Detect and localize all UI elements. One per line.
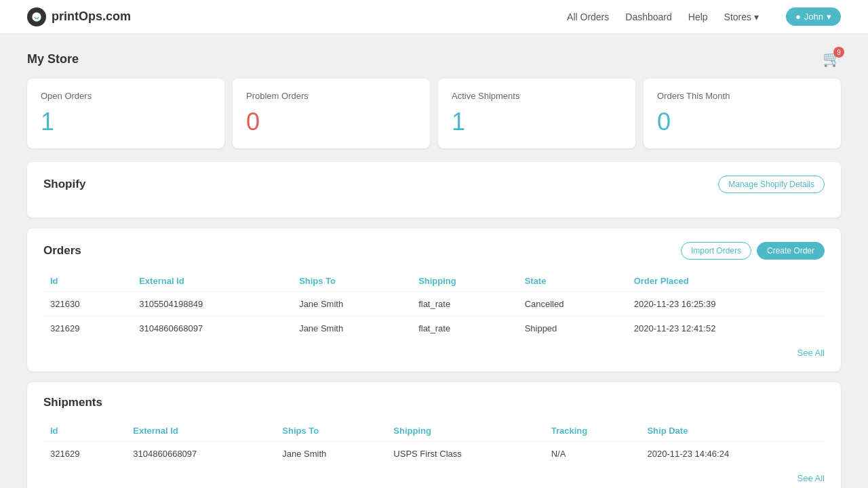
shipment-tracking-0: N/A <box>545 442 641 466</box>
shipments-panel-header: Shipments <box>43 396 825 409</box>
manage-shopify-button[interactable]: Manage Shopify Details <box>718 176 825 193</box>
order-external-id-0: 3105504198849 <box>132 292 292 317</box>
store-header: My Store 🛒 9 <box>27 50 841 68</box>
shipments-col-tracking: Tracking <box>545 420 641 442</box>
brand-svg <box>31 12 42 22</box>
stat-value-active-shipments: 1 <box>452 108 622 136</box>
nav-all-orders[interactable]: All Orders <box>567 12 609 22</box>
create-order-button[interactable]: Create Order <box>757 242 825 260</box>
shopify-panel: Shopify Manage Shopify Details <box>27 162 841 218</box>
orders-table-header: Id External Id Ships To Shipping State O… <box>43 270 825 292</box>
user-chevron-icon: ▾ <box>827 12 831 22</box>
stores-chevron-icon: ▾ <box>754 12 759 22</box>
orders-see-all-row: See All <box>43 340 825 358</box>
shipments-title: Shipments <box>43 396 102 409</box>
shipment-id-0: 321629 <box>43 442 126 466</box>
shipments-col-shipping: Shipping <box>387 420 544 442</box>
orders-col-shipping: Shipping <box>412 270 517 292</box>
orders-see-all-link[interactable]: See All <box>797 348 825 358</box>
stat-card-problem-orders: Problem Orders 0 <box>233 79 430 148</box>
orders-title: Orders <box>43 244 81 258</box>
user-menu-button[interactable]: ● John ▾ <box>786 7 841 26</box>
shipments-table: Id External Id Ships To Shipping Trackin… <box>43 420 825 466</box>
shipments-col-ships-to: Ships To <box>275 420 387 442</box>
shipment-shipping-0: USPS First Class <box>387 442 544 466</box>
shipments-panel: Shipments Id External Id Ships To Shippi… <box>27 382 841 488</box>
shipment-ships-to-0: Jane Smith <box>275 442 387 466</box>
shipments-see-all-row: See All <box>43 466 825 483</box>
orders-panel: Orders Import Orders Create Order Id Ext… <box>27 228 841 371</box>
shipments-col-id: Id <box>43 420 126 442</box>
stat-label-problem-orders: Problem Orders <box>246 91 416 101</box>
stat-value-orders-this-month: 0 <box>657 108 827 136</box>
nav-help[interactable]: Help <box>688 12 708 22</box>
stat-label-open-orders: Open Orders <box>41 91 211 101</box>
user-icon: ● <box>795 12 801 22</box>
order-id-1: 321629 <box>43 317 132 341</box>
cart-button[interactable]: 🛒 9 <box>823 50 841 68</box>
stat-value-problem-orders: 0 <box>246 108 416 136</box>
order-state-1: Shipped <box>518 317 627 341</box>
orders-col-state: State <box>518 270 627 292</box>
stat-cards: Open Orders 1 Problem Orders 0 Active Sh… <box>27 79 841 148</box>
shipments-table-body: 321629 3104860668097 Jane Smith USPS Fir… <box>43 442 825 466</box>
shopify-panel-header: Shopify Manage Shopify Details <box>43 176 825 193</box>
import-orders-button[interactable]: Import Orders <box>681 242 751 260</box>
order-shipping-0: flat_rate <box>412 292 517 317</box>
stat-value-open-orders: 1 <box>41 108 211 136</box>
shipments-header-row: Id External Id Ships To Shipping Trackin… <box>43 420 825 442</box>
shipment-external-id-0: 3104860668097 <box>126 442 275 466</box>
stat-label-active-shipments: Active Shipments <box>452 91 622 101</box>
table-row[interactable]: 321629 3104860668097 Jane Smith USPS Fir… <box>43 442 825 466</box>
shipments-col-external-id: External Id <box>126 420 275 442</box>
nav-links: All Orders Dashboard Help Stores ▾ ● Joh… <box>567 7 841 26</box>
order-ships-to-0: Jane Smith <box>292 292 412 317</box>
nav-dashboard[interactable]: Dashboard <box>625 12 672 22</box>
orders-col-order-placed: Order Placed <box>627 270 825 292</box>
orders-panel-header: Orders Import Orders Create Order <box>43 242 825 260</box>
orders-col-external-id: External Id <box>132 270 292 292</box>
table-row[interactable]: 321629 3104860668097 Jane Smith flat_rat… <box>43 317 825 341</box>
table-row[interactable]: 321630 3105504198849 Jane Smith flat_rat… <box>43 292 825 317</box>
orders-header-row: Id External Id Ships To Shipping State O… <box>43 270 825 292</box>
shipments-col-ship-date: Ship Date <box>640 420 825 442</box>
order-shipping-1: flat_rate <box>412 317 517 341</box>
navbar: printOps.com All Orders Dashboard Help S… <box>0 0 868 34</box>
main-content: My Store 🛒 9 Open Orders 1 Problem Order… <box>0 34 868 488</box>
order-id-0: 321630 <box>43 292 132 317</box>
nav-stores[interactable]: Stores ▾ <box>724 12 759 22</box>
shipments-see-all-link[interactable]: See All <box>797 473 825 483</box>
stat-label-orders-this-month: Orders This Month <box>657 91 827 101</box>
brand-name: printOps.com <box>52 9 131 24</box>
order-placed-1: 2020-11-23 12:41:52 <box>627 317 825 341</box>
order-ships-to-1: Jane Smith <box>292 317 412 341</box>
svg-point-0 <box>32 12 41 21</box>
orders-table-body: 321630 3105504198849 Jane Smith flat_rat… <box>43 292 825 341</box>
orders-col-ships-to: Ships To <box>292 270 412 292</box>
order-placed-0: 2020-11-23 16:25:39 <box>627 292 825 317</box>
order-external-id-1: 3104860668097 <box>132 317 292 341</box>
stat-card-orders-this-month: Orders This Month 0 <box>644 79 841 148</box>
shipment-ship-date-0: 2020-11-23 14:46:24 <box>640 442 825 466</box>
cart-badge: 9 <box>833 47 844 58</box>
orders-table: Id External Id Ships To Shipping State O… <box>43 270 825 340</box>
orders-actions: Import Orders Create Order <box>681 242 825 260</box>
store-section-title: My Store <box>27 52 79 66</box>
orders-col-id: Id <box>43 270 132 292</box>
stat-card-active-shipments: Active Shipments 1 <box>438 79 635 148</box>
shopify-title: Shopify <box>43 178 85 191</box>
brand-icon <box>27 7 46 26</box>
brand-logo[interactable]: printOps.com <box>27 7 131 26</box>
order-state-0: Cancelled <box>518 292 627 317</box>
stat-card-open-orders: Open Orders 1 <box>27 79 224 148</box>
shipments-table-header: Id External Id Ships To Shipping Trackin… <box>43 420 825 442</box>
